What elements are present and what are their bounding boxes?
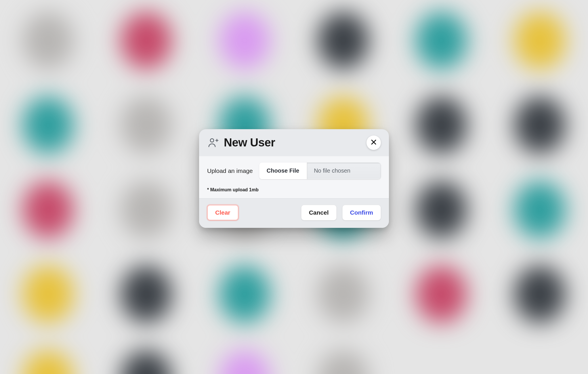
clear-button[interactable]: Clear: [207, 205, 238, 220]
dialog-footer: Clear Cancel Confirm: [199, 198, 389, 228]
svg-point-0: [210, 139, 214, 142]
upload-label: Upload an image: [207, 167, 253, 174]
close-icon: [371, 139, 377, 146]
dialog-title: New User: [224, 136, 361, 149]
file-status-text: No file chosen: [307, 163, 381, 179]
confirm-button[interactable]: Confirm: [342, 205, 381, 220]
close-button[interactable]: [366, 136, 381, 150]
helper-row: * Maximum upload 1mb: [199, 182, 389, 198]
dialog-body: Upload an image Choose File No file chos…: [199, 156, 389, 182]
choose-file-button[interactable]: Choose File: [259, 163, 307, 179]
user-plus-icon: [207, 137, 219, 148]
new-user-dialog: New User Upload an image Choose File No …: [199, 129, 389, 228]
cancel-button[interactable]: Cancel: [301, 205, 337, 220]
file-input[interactable]: Choose File No file chosen: [259, 163, 381, 179]
upload-row: Upload an image Choose File No file chos…: [207, 163, 381, 179]
dialog-header: New User: [199, 129, 389, 156]
upload-helper-text: * Maximum upload 1mb: [207, 187, 259, 192]
